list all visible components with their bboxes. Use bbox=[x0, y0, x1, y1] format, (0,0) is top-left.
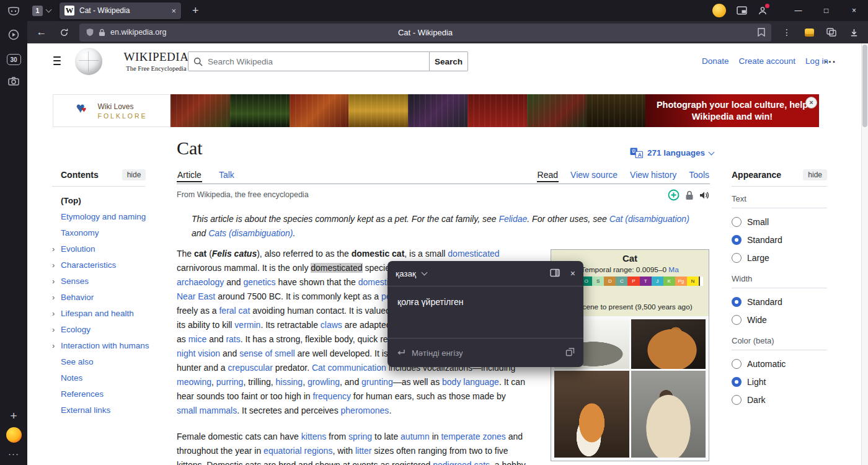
article-link[interactable]: meowing bbox=[177, 377, 211, 387]
page-protected-lock-icon[interactable] bbox=[685, 190, 694, 200]
article-link[interactable]: Cats (disambiguation) bbox=[208, 228, 293, 238]
article-link[interactable]: rats bbox=[226, 334, 240, 344]
article-view-tab[interactable]: Tools bbox=[688, 168, 710, 182]
scrollbar-thumb[interactable] bbox=[862, 45, 867, 127]
green-plus-icon[interactable] bbox=[668, 189, 680, 201]
sidebar-add-button[interactable]: + bbox=[4, 407, 24, 425]
article-view-tab[interactable]: Article bbox=[177, 168, 202, 182]
radio-button[interactable] bbox=[732, 217, 742, 227]
tab-close-button[interactable]: × bbox=[171, 6, 176, 16]
toc-item[interactable]: Characteristics bbox=[52, 257, 164, 273]
article-link[interactable]: archaeology bbox=[177, 277, 224, 287]
appearance-option[interactable]: Wide bbox=[732, 311, 827, 329]
reload-button[interactable] bbox=[55, 24, 73, 41]
profile-avatar-button[interactable] bbox=[712, 4, 726, 17]
article-link[interactable]: Ma bbox=[668, 265, 678, 274]
toc-item[interactable]: External links bbox=[52, 402, 164, 418]
search-input[interactable] bbox=[206, 56, 424, 67]
radio-button[interactable] bbox=[732, 253, 742, 263]
article-link[interactable]: mice bbox=[188, 334, 207, 344]
toc-item[interactable]: Ecology bbox=[52, 321, 164, 337]
radio-button[interactable] bbox=[732, 377, 742, 387]
article-link[interactable]: night vision bbox=[177, 348, 220, 358]
languages-button[interactable]: A 271 languages bbox=[626, 147, 717, 159]
article-link[interactable]: temperate zones bbox=[441, 432, 505, 441]
appearance-option[interactable]: Standard bbox=[732, 231, 827, 249]
header-more-button[interactable]: ··· bbox=[825, 56, 836, 68]
search-button[interactable]: Search bbox=[430, 51, 468, 71]
close-button[interactable]: × bbox=[840, 0, 868, 21]
article-link[interactable]: Cat (disambiguation) bbox=[609, 214, 689, 224]
cat-photo-orange[interactable] bbox=[631, 319, 706, 369]
toc-item[interactable]: Etymology and naming bbox=[52, 208, 164, 224]
article-view-tab[interactable]: View source bbox=[570, 168, 618, 182]
article-link[interactable]: hissing bbox=[276, 377, 303, 387]
tab-counter-button[interactable]: 30 bbox=[4, 50, 24, 69]
screenshot-button[interactable] bbox=[4, 71, 24, 90]
toc-item[interactable]: Interaction with humans bbox=[52, 337, 164, 353]
article-link[interactable]: Near East bbox=[177, 291, 215, 301]
wikipedia-globe-logo[interactable] bbox=[75, 48, 102, 75]
article-link[interactable]: Cat communication bbox=[312, 363, 386, 373]
article-link[interactable]: vermin bbox=[234, 320, 260, 330]
toc-item[interactable]: Behavior bbox=[52, 289, 164, 305]
extension-button-2[interactable] bbox=[822, 24, 841, 41]
article-link[interactable]: spring bbox=[348, 432, 372, 441]
new-tab-button[interactable]: + bbox=[188, 4, 203, 18]
article-link[interactable]: pedigreed cats bbox=[433, 460, 490, 465]
article-link[interactable]: feral cat bbox=[219, 306, 250, 316]
article-view-tab[interactable]: View history bbox=[629, 168, 677, 182]
downloads-button[interactable] bbox=[844, 24, 863, 41]
radio-button[interactable] bbox=[732, 315, 742, 325]
article-link[interactable]: body language bbox=[442, 377, 499, 387]
firefox-view-button[interactable] bbox=[4, 2, 24, 20]
article-link[interactable]: equatorial regions bbox=[264, 446, 332, 456]
appearance-option[interactable]: Light bbox=[732, 373, 827, 391]
appearance-hide-button[interactable]: hide bbox=[803, 169, 827, 180]
article-link[interactable]: autumn bbox=[401, 432, 430, 441]
back-button[interactable]: ← bbox=[32, 24, 51, 41]
browser-tab[interactable]: W Cat - Wikipedia × bbox=[60, 2, 181, 19]
banner-close-button[interactable]: × bbox=[805, 97, 817, 108]
media-playback-button[interactable] bbox=[4, 25, 24, 44]
popup-input-placeholder[interactable]: Мәтінді енгізу bbox=[412, 348, 463, 358]
campaign-banner[interactable]: ♥ ♥ Wiki Loves FOLKLORE Photograph bbox=[53, 94, 819, 127]
contents-hide-button[interactable]: hide bbox=[122, 169, 146, 180]
article-link[interactable]: genetics bbox=[243, 277, 275, 287]
maximize-button[interactable]: □ bbox=[812, 0, 840, 21]
tab-group-chip[interactable]: 1 bbox=[32, 6, 51, 16]
sidebar-more-button[interactable]: ··· bbox=[4, 444, 24, 463]
minimize-button[interactable]: — bbox=[784, 0, 812, 21]
toc-item[interactable]: References bbox=[52, 386, 164, 402]
article-link[interactable]: sense of smell bbox=[239, 348, 294, 358]
main-menu-button[interactable] bbox=[50, 54, 64, 68]
header-link[interactable]: Donate bbox=[702, 56, 729, 66]
radio-button[interactable] bbox=[732, 395, 742, 405]
toc-item[interactable]: (Top) bbox=[52, 192, 164, 208]
radio-button[interactable] bbox=[732, 359, 742, 369]
article-link[interactable]: frequency bbox=[312, 391, 350, 401]
target-language-selector[interactable]: қазақ bbox=[396, 269, 427, 278]
toc-item[interactable]: Taxonomy bbox=[52, 224, 164, 241]
appearance-option[interactable]: Large bbox=[732, 249, 827, 267]
banner-message[interactable]: Photograph your local culture, help Wiki… bbox=[645, 94, 819, 127]
toc-item[interactable]: Evolution bbox=[52, 241, 164, 257]
header-link[interactable]: Create account bbox=[739, 56, 796, 66]
article-link[interactable]: small mammals bbox=[177, 405, 237, 415]
popup-close-button[interactable]: × bbox=[570, 268, 575, 278]
article-link[interactable]: crepuscular bbox=[228, 363, 273, 373]
article-link[interactable]: growling bbox=[308, 377, 340, 387]
appearance-option[interactable]: Small bbox=[732, 213, 827, 231]
extensions-menu-button[interactable]: ⋮ bbox=[777, 24, 796, 41]
article-view-tab[interactable]: Talk bbox=[218, 168, 235, 182]
radio-button[interactable] bbox=[732, 297, 742, 307]
article-link[interactable]: claws bbox=[321, 320, 342, 330]
extension-button-1[interactable] bbox=[800, 24, 818, 41]
bookmark-icon[interactable] bbox=[758, 28, 765, 37]
article-link[interactable]: pheromones bbox=[341, 405, 389, 415]
article-view-tab[interactable]: Read bbox=[537, 168, 559, 182]
popup-copy-button[interactable] bbox=[565, 347, 575, 358]
article-link[interactable]: purring bbox=[216, 377, 244, 387]
article-link[interactable]: grunting bbox=[361, 377, 393, 387]
popup-expand-button[interactable] bbox=[550, 268, 560, 279]
